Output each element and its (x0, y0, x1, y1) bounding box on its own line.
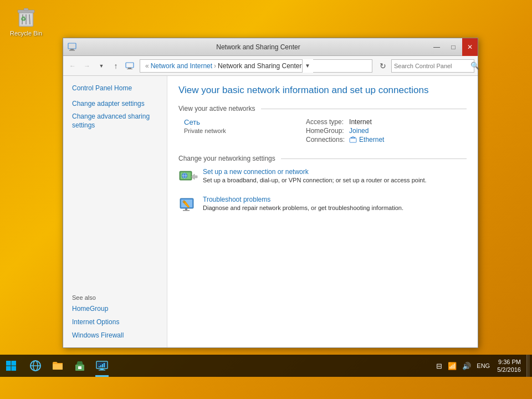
search-box: 🔍 (391, 59, 474, 73)
search-input[interactable] (394, 63, 470, 69)
svg-rect-27 (183, 210, 190, 211)
language-indicator[interactable]: ENG (475, 362, 492, 369)
path-network-internet[interactable]: Network and Internet (151, 62, 212, 70)
connections-row: Ethernet (349, 136, 384, 144)
svg-rect-13 (127, 69, 132, 69)
svg-rect-44 (102, 364, 103, 367)
taskbar-store-button[interactable] (69, 355, 91, 377)
change-settings-header: Change your networking settings (178, 155, 467, 162)
svg-rect-40 (100, 369, 104, 370)
windows-logo-icon (6, 360, 17, 371)
network-name[interactable]: Сеть (184, 118, 306, 126)
network-sharing-window: Network and Sharing Center — □ ✕ ← → ▼ ↑… (63, 38, 478, 348)
svg-rect-43 (100, 365, 101, 367)
clock-date: 5/2/2016 (497, 366, 521, 374)
main-content: View your basic network information and … (167, 76, 478, 347)
new-connection-desc: Set up a broadband, dial-up, or VPN conn… (203, 177, 427, 183)
active-networks-label: View your active networks (178, 105, 255, 112)
taskbar-right: ⊟ 📶 🔊 ENG 9:36 PM 5/2/2016 (434, 355, 532, 377)
svg-rect-45 (104, 363, 105, 367)
ethernet-icon (349, 136, 357, 144)
troubleshoot-desc: Diagnose and repair network problems, or… (203, 204, 403, 211)
search-icon[interactable]: 🔍 (470, 62, 479, 70)
up-button[interactable]: ↑ (110, 60, 122, 72)
svg-text:♻: ♻ (21, 16, 26, 22)
troubleshoot-title[interactable]: Troubleshoot problems (203, 196, 403, 203)
path-icon (125, 62, 134, 70)
network-center-icon (96, 360, 108, 372)
svg-rect-17 (354, 137, 355, 139)
taskbar-network-center-button[interactable] (91, 355, 113, 377)
refresh-button[interactable]: ↻ (377, 60, 389, 72)
sidebar-windows-firewall[interactable]: Windows Firewall (63, 330, 167, 341)
troubleshoot-svg (179, 196, 198, 215)
see-also-label: See also (63, 287, 167, 303)
sidebar-control-panel-home[interactable]: Control Panel Home (63, 83, 167, 94)
window-body: Control Panel Home Change adapter settin… (63, 76, 478, 347)
close-button[interactable]: ✕ (462, 38, 478, 56)
recycle-bin-icon[interactable]: ♻ Recycle Bin (7, 4, 45, 37)
svg-rect-41 (99, 370, 105, 371)
sidebar-internet-options[interactable]: Internet Options (63, 316, 167, 328)
svg-rect-8 (68, 43, 76, 49)
new-connection-text: Set up a new connection or network Set u… (203, 168, 427, 183)
troubleshoot-icon (178, 196, 198, 216)
back-button[interactable]: ← (66, 60, 79, 72)
taskbar-ie-button[interactable] (24, 355, 47, 377)
window-icon (68, 43, 76, 52)
tray-win-icon[interactable]: ⊟ (434, 362, 444, 370)
svg-rect-37 (78, 366, 81, 369)
svg-rect-10 (69, 50, 75, 51)
svg-line-4 (29, 14, 30, 24)
start-button[interactable] (0, 355, 22, 377)
svg-rect-31 (12, 366, 17, 371)
svg-rect-11 (126, 63, 134, 68)
recycle-bin-label: Recycle Bin (10, 30, 42, 37)
minimize-button[interactable]: — (429, 38, 444, 56)
title-bar: Network and Sharing Center — □ ✕ (63, 38, 478, 56)
svg-rect-30 (6, 366, 11, 371)
troubleshoot-item: Troubleshoot problems Diagnose and repai… (178, 196, 467, 216)
svg-rect-26 (185, 208, 187, 210)
network-info: Сеть Private network Access type: Intern… (178, 118, 467, 144)
network-type: Private network (184, 127, 306, 134)
tray-network-icon[interactable]: 📶 (446, 362, 458, 370)
new-connection-svg (179, 168, 198, 187)
settings-divider (281, 158, 467, 159)
sidebar-change-adapter[interactable]: Change adapter settings (63, 98, 167, 109)
new-connection-item: Set up a new connection or network Set u… (178, 168, 467, 188)
settings-section: Change your networking settings (178, 155, 467, 216)
network-name-area: Сеть Private network (184, 118, 306, 134)
path-sep1: › (214, 62, 216, 70)
page-title: View your basic network information and … (178, 85, 467, 96)
forward-button[interactable]: → (81, 60, 93, 72)
access-type-value: Internet (349, 118, 384, 126)
tray-audio-icon[interactable]: 🔊 (461, 362, 473, 370)
homegroup-value[interactable]: Joined (349, 127, 384, 135)
taskbar-clock[interactable]: 9:36 PM 5/2/2016 (494, 358, 524, 374)
taskbar-pinned (22, 355, 115, 377)
new-connection-title[interactable]: Set up a new connection or network (203, 168, 427, 176)
sidebar: Control Panel Home Change adapter settin… (63, 76, 167, 347)
homegroup-label: HomeGroup: (306, 127, 345, 135)
svg-rect-15 (351, 137, 352, 139)
address-path[interactable]: « Network and Internet › Network and Sha… (140, 59, 372, 73)
svg-rect-9 (70, 49, 74, 50)
folder-icon (52, 360, 64, 372)
troubleshoot-text: Troubleshoot problems Diagnose and repai… (203, 196, 403, 211)
sidebar-change-advanced[interactable]: Change advanced sharing settings (63, 111, 167, 131)
svg-rect-42 (99, 366, 100, 367)
sidebar-homegroup[interactable]: HomeGroup (63, 303, 167, 314)
path-current: Network and Sharing Center (218, 62, 301, 70)
show-desktop-button[interactable] (526, 355, 530, 377)
connections-value[interactable]: Ethernet (359, 136, 384, 144)
active-networks-header: View your active networks (178, 105, 467, 112)
svg-rect-29 (12, 361, 17, 366)
path-prefix: « (145, 62, 149, 70)
taskbar-folder-button[interactable] (47, 355, 69, 377)
path-dropdown[interactable]: ▼ (302, 59, 313, 73)
window-controls: — □ ✕ (429, 38, 478, 56)
recent-locations-button[interactable]: ▼ (95, 60, 108, 72)
desktop: ♻ Recycle Bin Network and Sharing Center… (0, 0, 532, 377)
maximize-button[interactable]: □ (446, 38, 461, 56)
